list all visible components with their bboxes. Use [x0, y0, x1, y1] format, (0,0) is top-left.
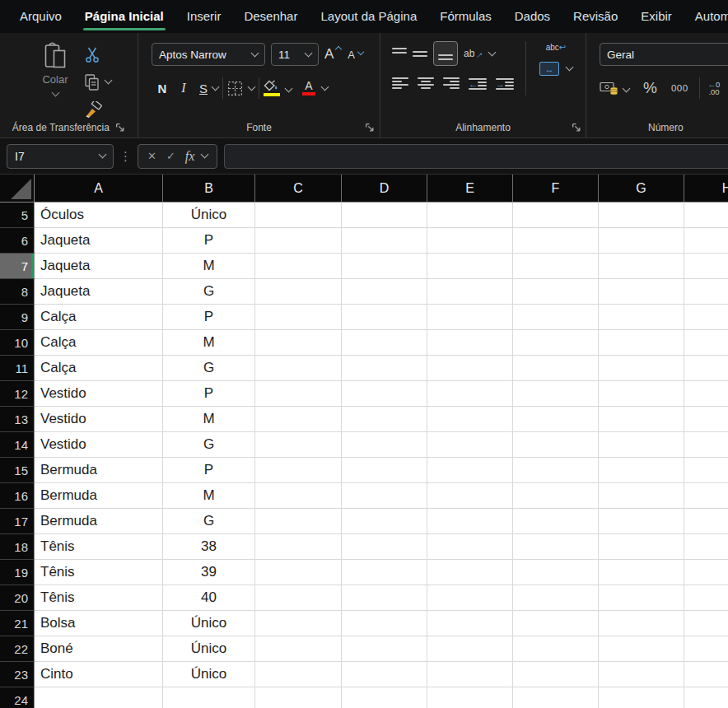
cell-B7[interactable]: M — [163, 254, 255, 279]
cell-C7[interactable] — [255, 254, 342, 279]
row-header-9[interactable]: 9 — [0, 305, 35, 330]
cell-F5[interactable] — [513, 203, 599, 228]
cell-H14[interactable] — [684, 432, 728, 458]
clipboard-dialog-launcher-icon[interactable] — [115, 123, 125, 133]
cell-D19[interactable] — [342, 560, 427, 585]
cell-F24[interactable] — [513, 687, 599, 708]
increase-font-size-button[interactable]: A — [324, 46, 340, 63]
tab-desenhar[interactable]: Desenhar — [232, 0, 309, 33]
cell-G22[interactable] — [599, 636, 684, 662]
cell-A21[interactable]: Bolsa — [35, 611, 163, 636]
cell-B10[interactable]: M — [163, 330, 255, 356]
cell-G8[interactable] — [599, 279, 684, 305]
col-header-D[interactable]: D — [342, 175, 427, 202]
col-header-H[interactable]: H — [684, 175, 728, 202]
cell-A6[interactable]: Jaqueta — [35, 228, 163, 254]
align-top-button[interactable] — [392, 48, 407, 60]
cell-C24[interactable] — [255, 687, 342, 708]
cell-A15[interactable]: Bermuda — [35, 458, 163, 483]
cell-G19[interactable] — [599, 560, 684, 585]
align-right-button[interactable] — [443, 77, 460, 91]
align-left-button[interactable] — [392, 77, 408, 91]
cell-A23[interactable]: Cinto — [35, 662, 163, 687]
row-header-18[interactable]: 18 — [0, 534, 35, 560]
cell-C12[interactable] — [255, 381, 342, 407]
cell-C9[interactable] — [255, 305, 342, 330]
copy-chevron-icon[interactable] — [105, 77, 113, 85]
borders-button[interactable] — [227, 81, 243, 96]
cell-C11[interactable] — [255, 356, 342, 381]
cell-F13[interactable] — [513, 407, 599, 432]
cell-E8[interactable] — [427, 279, 513, 305]
cell-G5[interactable] — [599, 203, 684, 228]
cell-H18[interactable] — [684, 534, 728, 560]
cell-B16[interactable]: M — [163, 483, 255, 509]
cell-G9[interactable] — [599, 305, 684, 330]
cell-C22[interactable] — [255, 636, 342, 662]
col-header-C[interactable]: C — [255, 175, 342, 202]
cell-H5[interactable] — [684, 203, 728, 228]
row-header-11[interactable]: 11 — [0, 356, 35, 381]
cell-A5[interactable]: Óculos — [35, 203, 163, 228]
cell-H21[interactable] — [684, 611, 728, 636]
cell-D15[interactable] — [342, 458, 427, 483]
cell-F22[interactable] — [513, 636, 599, 662]
row-header-6[interactable]: 6 — [0, 228, 35, 254]
cell-B20[interactable]: 40 — [163, 585, 255, 611]
cell-H13[interactable] — [684, 407, 728, 432]
cell-G23[interactable] — [599, 662, 684, 687]
cell-C8[interactable] — [255, 279, 342, 305]
cell-E24[interactable] — [427, 687, 513, 708]
cell-F17[interactable] — [513, 509, 599, 534]
tab-dados[interactable]: Dados — [503, 0, 562, 33]
font-color-button[interactable]: A — [302, 81, 315, 95]
cell-A17[interactable]: Bermuda — [35, 509, 163, 534]
cell-E7[interactable] — [427, 254, 513, 279]
cell-E10[interactable] — [427, 330, 513, 356]
align-center-button[interactable] — [418, 77, 434, 91]
cell-C6[interactable] — [255, 228, 342, 254]
cell-D24[interactable] — [342, 687, 427, 708]
cut-button[interactable] — [84, 46, 100, 63]
tab-fórmulas[interactable]: Fórmulas — [428, 0, 503, 33]
font-name-combo[interactable]: Aptos Narrow — [152, 43, 265, 66]
cell-B22[interactable]: Único — [163, 636, 255, 662]
cell-E14[interactable] — [427, 432, 513, 458]
cell-F6[interactable] — [513, 228, 599, 254]
alignment-dialog-launcher-icon[interactable] — [572, 123, 581, 133]
cell-D22[interactable] — [342, 636, 427, 662]
tab-página-inicial[interactable]: Página Inicial — [73, 0, 175, 33]
cell-A8[interactable]: Jaqueta — [35, 279, 163, 305]
cell-B8[interactable]: G — [163, 279, 255, 305]
orientation-button[interactable]: ab → — [464, 48, 483, 60]
increase-indent-button[interactable]: → — [496, 77, 514, 91]
cell-H7[interactable] — [684, 254, 728, 279]
align-middle-button[interactable] — [413, 48, 427, 60]
cell-D8[interactable] — [342, 279, 427, 305]
cell-C20[interactable] — [255, 585, 342, 611]
cell-G24[interactable] — [599, 687, 684, 708]
tab-inserir[interactable]: Inserir — [175, 0, 233, 33]
cell-D20[interactable] — [342, 585, 427, 611]
cell-H9[interactable] — [684, 305, 728, 330]
increase-decimal-button[interactable]: ←0 .00 — [708, 81, 721, 95]
name-box[interactable]: I7 — [7, 144, 114, 169]
orientation-chevron-icon[interactable] — [488, 48, 497, 56]
cell-H24[interactable] — [684, 687, 728, 708]
cell-D11[interactable] — [342, 356, 427, 381]
cell-E21[interactable] — [427, 611, 513, 636]
formula-input[interactable] — [224, 144, 728, 169]
cell-E9[interactable] — [427, 305, 513, 330]
row-header-15[interactable]: 15 — [0, 458, 35, 483]
cancel-button[interactable]: ✕ — [147, 150, 156, 162]
cell-C16[interactable] — [255, 483, 342, 509]
cell-H11[interactable] — [684, 356, 728, 381]
cell-G17[interactable] — [599, 509, 684, 534]
cell-A10[interactable]: Calça — [35, 330, 163, 356]
cell-B6[interactable]: P — [163, 228, 255, 254]
col-header-G[interactable]: G — [599, 175, 684, 202]
row-header-12[interactable]: 12 — [0, 381, 35, 407]
cell-E15[interactable] — [427, 458, 513, 483]
row-header-14[interactable]: 14 — [0, 432, 35, 458]
cell-F15[interactable] — [513, 458, 599, 483]
